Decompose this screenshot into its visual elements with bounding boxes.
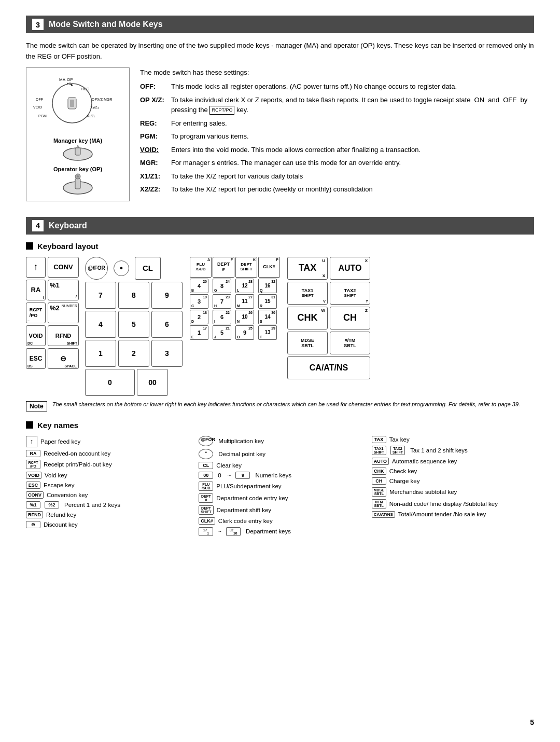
mode-val-off: This mode locks all register operations.… — [171, 81, 534, 92]
key-dept-shift[interactable]: DEPTSHIFT K — [235, 257, 257, 278]
dept-key-16q[interactable]: 32 16 Q — [258, 279, 277, 293]
kn-icon-dept-range-end: 3216 — [226, 527, 241, 536]
dept-key-5j[interactable]: 21 5 J — [213, 325, 231, 340]
key-tax1-shift[interactable]: TAX1 SHIFT V — [287, 282, 328, 305]
dept-key-6i[interactable]: 22 6 I — [213, 310, 231, 324]
kn-icon-conv: CONV — [26, 491, 44, 499]
key-00[interactable]: 00 — [137, 369, 168, 396]
key-names-col2: @FOR Multiplication key • Decimal point … — [199, 436, 361, 539]
key-chk[interactable]: CHK W — [287, 307, 328, 329]
mode-dial-svg: MA OP REG ↑ OPX/Z MGR OFF X₁/Z₁ VOID X₂/… — [31, 72, 114, 134]
key-atfor[interactable]: @/FOR — [85, 257, 108, 280]
dept-key-7h[interactable]: 23 7 H — [213, 294, 231, 309]
kn-row-rfnd: RFND Refund key — [26, 511, 188, 518]
kn-icon-rfnd: RFND — [26, 511, 43, 518]
dept-key-11m[interactable]: 27 11 M — [235, 294, 254, 309]
key-3[interactable]: 3 — [151, 340, 183, 367]
kn-icon-clk: CLK# — [199, 517, 215, 525]
kn-icon-tax: TAX — [372, 436, 386, 443]
kn-name-tax: Tax key — [389, 436, 410, 443]
key-pct2[interactable]: %2 NUMBER — [48, 303, 79, 323]
dept-key-1e[interactable]: 17 1 E — [190, 325, 208, 340]
kn-row-atfor: @FOR Multiplication key — [199, 436, 361, 446]
kn-icon-auto: AUTO — [372, 458, 389, 465]
mode-row-reg: REG: For entering sales. — [140, 118, 534, 129]
key-8[interactable]: 8 — [118, 282, 149, 309]
dept-key-10n[interactable]: 26 10 N — [235, 310, 254, 324]
kn-row-ch: CH Charge key — [372, 477, 534, 485]
key-rfnd[interactable]: RFND SHIFT — [48, 325, 79, 346]
dept-key-3c[interactable]: 19 3 C — [190, 294, 208, 309]
key-names-grid: ↑ Paper feed key RA Received-on account … — [26, 436, 534, 539]
dept-key-15r[interactable]: 31 15 R — [258, 294, 277, 309]
key-cl[interactable]: CL — [135, 257, 161, 280]
mode-val-x2z2: To take the X/Z report for periodic (wee… — [171, 184, 534, 195]
key-9[interactable]: 9 — [151, 282, 183, 309]
key-dot[interactable]: • — [114, 260, 129, 276]
svg-rect-17 — [75, 178, 80, 189]
kn-row-dept-keys: 171 ~ 3216 Department keys — [199, 527, 361, 536]
kn-row-caatns: CA/AT/NS Total/Amount tender /No sale ke… — [372, 511, 534, 518]
kn-icon-tax1: TAX1SHIFT — [372, 446, 386, 455]
kn-icon-dept-shift: DEPTSHIFT — [199, 505, 213, 515]
note-text: The small characters on the bottom or lo… — [52, 401, 520, 407]
key-7[interactable]: 7 — [85, 282, 116, 309]
kn-icon-dept-hash: DEPT# — [199, 493, 213, 503]
section3: 3 Mode Switch and Mode Keys The mode swi… — [26, 16, 534, 201]
key-tm-sbtl[interactable]: #/TM SBTL — [330, 332, 370, 354]
key-auto[interactable]: AUTO X — [330, 257, 370, 280]
key-plu-sub[interactable]: PLU/SUB A — [190, 257, 212, 278]
dept-key-8g[interactable]: 24 8 G — [213, 279, 231, 293]
key-mdse-sbtl[interactable]: MDSE SBTL — [287, 332, 328, 354]
key-ca-at-ns[interactable]: CA/AT/NS — [287, 356, 370, 379]
right-row-caatns: CA/AT/NS — [287, 356, 370, 379]
mode-val-reg: For entering sales. — [171, 118, 534, 129]
key-rcpt-po[interactable]: RCPT/PO – — [26, 303, 46, 323]
kn-icon-caatns: CA/AT/NS — [372, 511, 395, 518]
operator-key-section: Operator key (OP) — [31, 166, 125, 197]
key-1[interactable]: 1 — [85, 340, 116, 367]
keyboard-layout: ↑ CONV RA I %1 / — [26, 257, 534, 396]
kn-row-dot: • Decimal point key — [199, 449, 361, 459]
section3-body: MA OP REG ↑ OPX/Z MGR OFF X₁/Z₁ VOID X₂/… — [26, 67, 534, 201]
key-2[interactable]: 2 — [118, 340, 149, 367]
dept-key-4b[interactable]: 20 4 B — [190, 279, 208, 293]
key-row-void-rfnd: VOID DC RFND SHIFT — [26, 325, 79, 346]
kn-name-pct: Percent 1 and 2 keys — [64, 502, 120, 508]
key-esc[interactable]: ESC BS — [26, 348, 46, 369]
dept-key-9o[interactable]: 25 9 O — [235, 325, 254, 340]
mode-table: OFF: This mode locks all register operat… — [140, 81, 534, 195]
key-row-456: 4 5 6 — [85, 311, 183, 338]
key-4[interactable]: 4 — [85, 311, 116, 338]
dept-key-14s[interactable]: 30 14 S — [258, 310, 277, 324]
note-label: Note — [26, 401, 47, 411]
key-clk-hash[interactable]: CLK# P — [258, 257, 280, 278]
key-up-arrow[interactable]: ↑ — [26, 257, 46, 278]
dept-key-13t[interactable]: 29 13 T — [258, 325, 277, 340]
dept-key-2d[interactable]: 18 2 D — [190, 310, 208, 324]
key-tax[interactable]: TAX U X — [287, 257, 328, 280]
page-number: 5 — [530, 718, 534, 726]
key-ra[interactable]: RA I — [26, 280, 46, 300]
key-ch[interactable]: CH Z — [330, 307, 370, 329]
dept-key-12l[interactable]: 28 12 L — [235, 279, 254, 293]
key-pct1[interactable]: %1 / — [48, 280, 79, 300]
key-names-col3: TAX Tax key TAX1SHIFT TAX2SHIFT Tax 1 an… — [372, 436, 534, 539]
key-tax2-shift[interactable]: TAX2 SHIFT Y — [330, 282, 370, 305]
key-5[interactable]: 5 — [118, 311, 149, 338]
key-minus[interactable]: ⊖ SPACE — [48, 348, 79, 369]
key-void[interactable]: VOID DC — [26, 325, 46, 346]
svg-text:X₂/Z₂: X₂/Z₂ — [87, 114, 95, 118]
key-dept-hash[interactable]: DEPT# F — [213, 257, 234, 278]
kn-row-dept-shift: DEPTSHIFT Department shift key — [199, 505, 361, 515]
key-0[interactable]: 0 — [85, 369, 135, 396]
dept-col-a: PLU/SUB A 20 4 B 19 3 C 18 2 D — [190, 257, 212, 340]
kn-row-rcpt: RCPT/PO Receipt print/Paid-out key — [26, 460, 188, 469]
key-conv[interactable]: CONV — [48, 257, 79, 278]
kn-icon-tm: #/TMSBTL — [372, 499, 386, 509]
mode-diagram: MA OP REG ↑ OPX/Z MGR OFF X₁/Z₁ VOID X₂/… — [26, 67, 130, 201]
svg-rect-15 — [75, 148, 80, 155]
kn-name-esc: Escape key — [44, 482, 74, 488]
key-row-789: 7 8 9 — [85, 282, 183, 309]
key-6[interactable]: 6 — [151, 311, 183, 338]
